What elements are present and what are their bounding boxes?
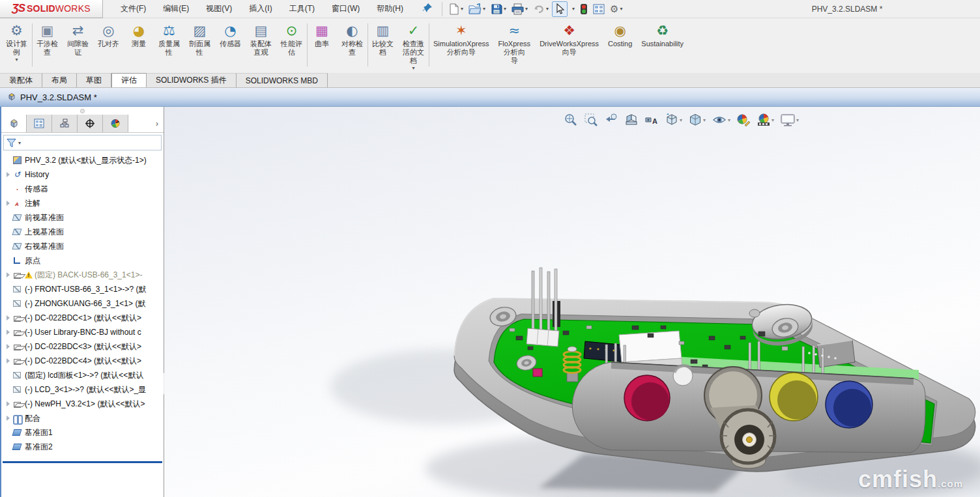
print-icon[interactable] bbox=[510, 2, 530, 16]
ribbon-item[interactable]: ▦ 曲率 ▾ bbox=[307, 21, 337, 70]
tree-item[interactable]: (-) DC-022BDC<3> (默认<<默认> bbox=[1, 339, 164, 354]
ribbon-item[interactable]: ▨ 剖面属 性 ▾ bbox=[184, 21, 215, 70]
dimxpert-tab[interactable] bbox=[78, 115, 103, 132]
configurationmanager-tab[interactable] bbox=[52, 115, 78, 132]
ribbon-item-label: Sustainability bbox=[641, 40, 684, 48]
ribbon-item[interactable]: ✶ SimulationXpress 分析向导 ▾ bbox=[429, 21, 494, 70]
expand-arrow-icon[interactable] bbox=[4, 416, 12, 421]
ribbon-item[interactable]: ⇄ 间隙验 证 ▾ bbox=[63, 21, 93, 70]
expand-arrow-icon[interactable] bbox=[4, 272, 12, 277]
tree-item-label: PHV_3.2 (默认<默认_显示状态-1>) bbox=[25, 155, 147, 166]
pin-icon[interactable] bbox=[417, 1, 438, 17]
ribbon-item[interactable]: ▥ 比较文 档 ▾ bbox=[368, 21, 398, 70]
ribbon-item[interactable]: ≈ FloXpress 分析向 导 ▾ bbox=[494, 21, 536, 70]
ribbon-item[interactable]: ◎ 孔对齐 ▾ bbox=[93, 21, 124, 70]
options-list-icon[interactable] bbox=[591, 2, 607, 16]
chevron-down-icon[interactable]: ▾ bbox=[15, 57, 18, 63]
menu-item[interactable]: 插入(I) bbox=[240, 0, 280, 18]
panel-tab-bar: › bbox=[1, 115, 164, 133]
tree-item[interactable]: (-) FRONT-USB-66_3_1<1>->? (默 bbox=[1, 282, 164, 296]
ribbon-item[interactable]: ⚙ 设计算 例 ▾ bbox=[1, 21, 32, 70]
command-tab[interactable]: 草图 bbox=[77, 73, 111, 87]
tree-item[interactable]: (固定) lcd面板<1>->? (默认<<默认 bbox=[1, 368, 164, 382]
ribbon-item[interactable]: ◐ 对称检 查 ▾ bbox=[337, 21, 368, 70]
ribbon-item[interactable]: ▣ 干涉检 查 ▾ bbox=[32, 21, 63, 70]
ribbon-item[interactable]: ◉ Costing ▾ bbox=[603, 21, 637, 70]
tree-item[interactable]: (-) LCD_3<1>->? (默认<<默认>_显 bbox=[1, 382, 164, 397]
panel-splitter-handle[interactable] bbox=[1, 107, 164, 115]
quick-access-toolbar: ⚙ bbox=[446, 1, 625, 17]
expand-arrow-icon[interactable] bbox=[4, 201, 12, 206]
command-tab-bar: 装配体 布局 草图 评估 SOLIDWORKS 插件 SOLIDWORKS MB… bbox=[0, 73, 980, 88]
expand-arrow-icon[interactable] bbox=[4, 401, 12, 406]
ribbon-item[interactable]: ⊙ 性能评 估 ▾ bbox=[276, 21, 307, 70]
command-tab[interactable]: 布局 bbox=[42, 73, 77, 87]
tree-item[interactable]: 右视基准面 bbox=[1, 239, 164, 253]
save-icon[interactable] bbox=[489, 2, 508, 16]
ribbon-toolbar: ⚙ 设计算 例 ▾ ▣ 干涉检 查 ▾ ⇄ 间隙验 证 ▾ ◎ 孔对齐 ▾ ◕ … bbox=[0, 18, 980, 73]
tree-item[interactable]: 基准面1 bbox=[1, 425, 164, 440]
ribbon-item[interactable]: ◕ 测量 ▾ bbox=[124, 21, 154, 70]
command-tab[interactable]: SOLIDWORKS MBD bbox=[237, 73, 328, 87]
displaymanager-tab[interactable] bbox=[103, 115, 128, 132]
ribbon-item[interactable]: ◔ 传感器 ▾ bbox=[215, 21, 246, 70]
ds-logo-icon: ƷS bbox=[12, 2, 25, 15]
select-cursor-icon[interactable] bbox=[552, 1, 568, 17]
expand-arrow-icon[interactable] bbox=[4, 358, 12, 363]
knob-crimson[interactable] bbox=[624, 375, 670, 421]
tree-item[interactable]: (-) User Library-BNC-BJ without c bbox=[1, 325, 164, 339]
ribbon-item[interactable]: ▤ 装配体 直观 ▾ bbox=[246, 21, 276, 70]
tree-item[interactable]: 上视基准面 bbox=[1, 225, 164, 239]
ribbon-item[interactable]: ❖ DriveWorksXpress 向导 ▾ bbox=[535, 21, 603, 70]
gear-icon[interactable]: ⚙ bbox=[608, 3, 624, 16]
ribbon-item[interactable]: ⚖ 质量属 性 ▾ bbox=[154, 21, 184, 70]
menu-item[interactable]: 工具(T) bbox=[281, 0, 323, 18]
ribbon-item-label: 装配体 直观 bbox=[250, 40, 272, 57]
tree-item-icon bbox=[12, 370, 22, 380]
tree-item[interactable]: PHV_3.2 (默认<默认_显示状态-1>) bbox=[1, 153, 164, 167]
featuremanager-tab[interactable] bbox=[1, 115, 27, 132]
menu-item[interactable]: 编辑(E) bbox=[154, 0, 197, 18]
undo-icon[interactable] bbox=[531, 2, 551, 16]
rebuild-traffic-light-icon[interactable] bbox=[578, 2, 590, 16]
model-3d-view[interactable] bbox=[164, 107, 980, 497]
menu-item[interactable]: 文件(F) bbox=[112, 0, 154, 18]
open-icon[interactable] bbox=[467, 2, 487, 16]
command-tab[interactable]: 评估 bbox=[111, 73, 147, 87]
tree-item[interactable]: 注解 bbox=[1, 196, 164, 210]
tree-item[interactable]: (-) DC-022BDC<1> (默认<<默认> bbox=[1, 311, 164, 325]
select-dropdown[interactable] bbox=[569, 5, 577, 13]
new-document-icon[interactable] bbox=[446, 2, 465, 16]
menu-item[interactable]: 窗口(W) bbox=[323, 0, 368, 18]
tree-item[interactable]: 传感器 bbox=[1, 182, 164, 196]
tree-item[interactable]: (-) NewPH_V3.2<1> (默认<<默认> bbox=[1, 397, 164, 411]
tree-item[interactable]: 前视基准面 bbox=[1, 210, 164, 225]
tree-item[interactable]: (-) ZHONGKUANG-66_3_1<1> (默 bbox=[1, 296, 164, 311]
expand-arrow-icon[interactable] bbox=[4, 330, 12, 335]
graphics-viewport[interactable]: A ▾ ▾ ▾ ▾ ▾ bbox=[164, 107, 980, 497]
tree-item[interactable]: (固定) BACK-USB-66_3_1<1>- bbox=[1, 268, 164, 282]
expand-arrow-icon[interactable] bbox=[4, 315, 12, 320]
propertymanager-tab[interactable] bbox=[27, 115, 52, 132]
tree-item[interactable]: (-) DC-022BDC<4> (默认<<默认> bbox=[1, 354, 164, 368]
command-tab[interactable]: 装配体 bbox=[0, 73, 42, 87]
tree-item-icon bbox=[12, 341, 22, 352]
command-tab[interactable]: SOLIDWORKS 插件 bbox=[147, 73, 237, 87]
menu-item[interactable]: 视图(V) bbox=[197, 0, 240, 18]
expand-arrow-icon[interactable] bbox=[4, 344, 12, 349]
tree-item[interactable]: 基准面2 bbox=[1, 440, 164, 454]
knob-blue[interactable] bbox=[826, 381, 872, 428]
panel-hole[interactable] bbox=[673, 365, 693, 386]
tree-item-label: (固定) lcd面板<1>->? (默认<<默认 bbox=[25, 370, 143, 381]
tree-filter[interactable]: ▾ bbox=[3, 135, 162, 150]
panel-more-chevron[interactable]: › bbox=[128, 115, 164, 132]
ribbon-item[interactable]: ♻ Sustainability ▾ bbox=[637, 21, 688, 70]
tree-item[interactable]: 原点 bbox=[1, 253, 164, 268]
tree-item[interactable]: 配合 bbox=[1, 411, 164, 425]
knob-yellow[interactable] bbox=[770, 373, 818, 421]
tree-item[interactable]: History bbox=[1, 167, 164, 182]
chevron-down-icon[interactable]: ▾ bbox=[412, 66, 414, 71]
menu-item[interactable]: 帮助(H) bbox=[368, 0, 412, 18]
expand-arrow-icon[interactable] bbox=[4, 172, 12, 177]
ribbon-item[interactable]: ✓ 检查激 活的文 档 ▾ bbox=[398, 21, 429, 70]
